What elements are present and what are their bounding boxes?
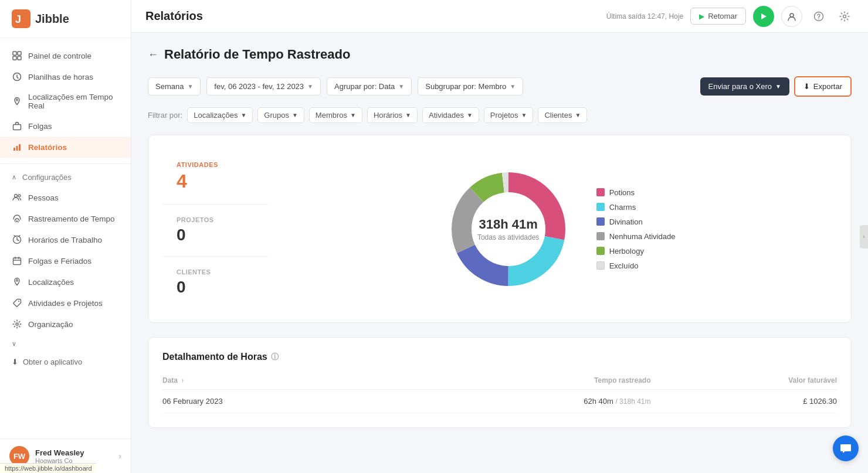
topbar: Relatórios Última saída 12:47, Hoje ▶ Re…: [131, 0, 868, 33]
filter-groups[interactable]: Grupos ▼: [257, 107, 304, 123]
filter-locations-arrow: ▼: [240, 112, 246, 118]
clock-icon: [12, 72, 22, 82]
user-button[interactable]: [781, 6, 802, 27]
group-by-label: Agrupar por: Data: [334, 82, 395, 91]
legend-herbology: Herbology: [596, 247, 676, 256]
export-label: Exportar: [813, 82, 842, 91]
chat-bubble-button[interactable]: [833, 435, 859, 461]
scroll-indicator[interactable]: ›: [860, 225, 868, 249]
col-billable: Valor faturável: [650, 372, 837, 390]
sidebar-item-dashboard[interactable]: Painel de controle: [0, 45, 131, 66]
chat-icon: [840, 443, 852, 454]
filter-schedules-arrow: ▼: [405, 112, 411, 118]
sidebar-item-work-schedules-label: Horários de Trabalho: [28, 236, 102, 244]
retomar-button[interactable]: ▶ Retomar: [690, 8, 746, 25]
users-icon: [12, 192, 22, 203]
sidebar-item-locations-settings[interactable]: Localizações: [0, 271, 131, 292]
svg-point-18: [16, 323, 18, 325]
page-header: ← Relatório de Tempo Rastreado: [148, 47, 852, 62]
date-range-dropdown[interactable]: fev, 06 2023 - fev, 12 2023 ▼: [206, 77, 321, 96]
user-info: Fred Weasley Hogwarts Co: [35, 448, 84, 464]
grid-icon: [12, 50, 22, 61]
sidebar-item-leaves-label: Folgas: [28, 122, 52, 131]
table-row[interactable]: 06 February 2023 62h 40m / 318h 41m £ 10…: [162, 390, 837, 413]
logo[interactable]: J Jibble: [0, 0, 131, 38]
export-icon: ⬇: [803, 82, 810, 91]
svg-point-7: [16, 99, 18, 101]
summary-cards: ATIVIDADES 4 PROJETOS 0 CLIENTES 0: [162, 149, 268, 308]
send-xero-button[interactable]: Enviar para o Xero ▼: [700, 77, 789, 96]
sidebar-item-timesheets-label: Planilhas de horas: [28, 73, 93, 81]
col-date[interactable]: Data ↑: [162, 372, 394, 390]
get-app-btn[interactable]: ⬇ Obter o aplicativo: [0, 353, 131, 373]
play-button[interactable]: [753, 6, 774, 27]
sidebar-item-activities[interactable]: Atividades e Projetos: [0, 292, 131, 314]
sidebar-item-time-tracking[interactable]: Rastreamento de Tempo: [0, 208, 131, 229]
report-title: Relatório de Tempo Rastreado: [164, 47, 350, 62]
collapse-section[interactable]: ∨: [0, 335, 131, 353]
sidebar-item-timesheets[interactable]: Planilhas de horas: [0, 66, 131, 87]
svg-point-22: [818, 18, 819, 19]
herbology-color-dot: [596, 247, 605, 255]
filter-groups-arrow: ▼: [292, 112, 298, 118]
svg-rect-5: [18, 56, 21, 60]
filter-projects[interactable]: Projetos ▼: [484, 107, 534, 123]
sidebar-item-locations-realtime[interactable]: Localizações em Tempo Real: [0, 87, 131, 115]
sort-asc-icon: ↑: [181, 377, 184, 384]
filter-clients-label: Clientes: [544, 111, 572, 120]
user-chevron-icon: ›: [118, 451, 121, 461]
filter-members-arrow: ▼: [350, 112, 356, 118]
filter-locations[interactable]: Localizações ▼: [187, 107, 253, 123]
sidebar-item-reports-label: Relatórios: [28, 143, 67, 152]
org-settings-icon: [12, 319, 22, 329]
help-button[interactable]: [809, 7, 828, 26]
group-by-arrow-icon: ▼: [398, 83, 404, 90]
sidebar-item-time-tracking-label: Rastreamento de Tempo: [28, 215, 115, 223]
filter-by-label: Filtrar por:: [148, 111, 182, 120]
filter-members-label: Membros: [316, 111, 347, 120]
back-button[interactable]: ←: [148, 49, 158, 61]
url-bar: https://web.jibble.io/dashboard: [0, 463, 97, 473]
filter-activities-arrow: ▼: [467, 112, 473, 118]
svg-rect-3: [18, 52, 21, 55]
filter-members[interactable]: Membros ▼: [309, 107, 362, 123]
subgroup-by-dropdown[interactable]: Subgrupar por: Membro ▼: [418, 77, 523, 96]
svg-point-23: [843, 15, 846, 18]
activities-card: ATIVIDADES 4: [162, 149, 268, 205]
summary-section: ATIVIDADES 4 PROJETOS 0 CLIENTES 0: [148, 135, 852, 323]
play-small-icon: ▶: [699, 12, 704, 21]
gear-icon: [839, 11, 850, 22]
filter-projects-label: Projetos: [490, 111, 518, 120]
sidebar-item-leaves-holidays[interactable]: Folgas e Feriados: [0, 250, 131, 271]
filter-activities[interactable]: Atividades ▼: [422, 107, 479, 123]
period-dropdown[interactable]: Semana ▼: [148, 77, 201, 96]
settings-section-header[interactable]: ∧ Configurações: [0, 168, 131, 187]
filter-clients[interactable]: Clientes ▼: [538, 107, 587, 123]
group-by-dropdown[interactable]: Agrupar por: Data ▼: [327, 77, 412, 96]
chevron-up-icon: ∧: [12, 173, 16, 181]
activities-label: ATIVIDADES: [177, 161, 254, 168]
sidebar-item-reports[interactable]: Relatórios: [0, 137, 131, 158]
sidebar-item-people[interactable]: Pessoas: [0, 187, 131, 208]
pin-icon: [12, 96, 22, 107]
sidebar-item-organization[interactable]: Organização: [0, 314, 131, 335]
subgroup-arrow-icon: ▼: [510, 83, 516, 90]
fingerprint-icon: [12, 213, 22, 224]
settings-button[interactable]: [835, 7, 854, 26]
table-header-row: Data ↑ Tempo rastreado Valor faturável: [162, 372, 837, 390]
filter-schedules[interactable]: Horários ▼: [367, 107, 418, 123]
legend-no-activity-label: Nenhuma Atividade: [609, 232, 676, 241]
sidebar-item-leaves-holidays-label: Folgas e Feriados: [28, 257, 91, 266]
main-content: Relatórios Última saída 12:47, Hoje ▶ Re…: [131, 0, 868, 473]
chart-icon: [12, 142, 22, 152]
chart-legend: Potions Charms Divination Nenhuma Ativid…: [596, 188, 676, 270]
export-button[interactable]: ⬇ Exportar: [794, 76, 852, 97]
legend-excluded: Excluído: [596, 261, 676, 270]
sidebar-nav: Painel de controle Planilhas de horas Lo…: [0, 38, 131, 438]
sidebar-item-leaves[interactable]: Folgas: [0, 115, 131, 137]
breakdown-table: Data ↑ Tempo rastreado Valor faturável 0…: [162, 372, 837, 413]
svg-rect-8: [13, 125, 21, 130]
sidebar-item-work-schedules[interactable]: Horários de Trabalho: [0, 229, 131, 250]
main-nav-section: Painel de controle Planilhas de horas Lo…: [0, 43, 131, 160]
sidebar-item-dashboard-label: Painel de controle: [28, 52, 91, 60]
